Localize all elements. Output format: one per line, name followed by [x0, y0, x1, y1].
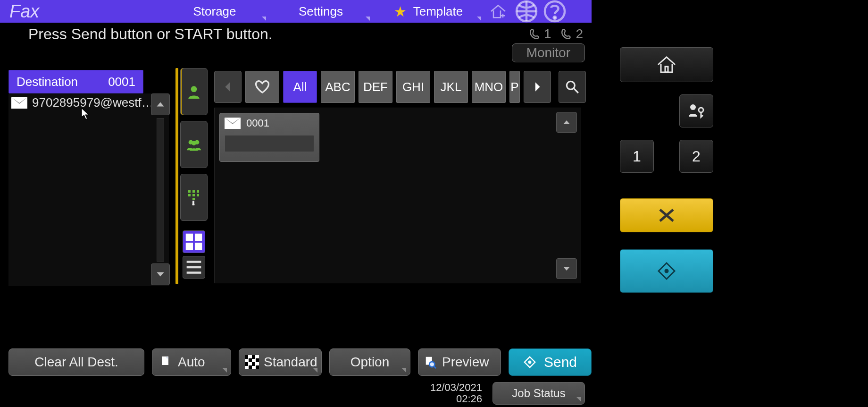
- destination-scroll-down[interactable]: [151, 263, 170, 285]
- hw-home-button[interactable]: [620, 47, 713, 82]
- status-bar: 12/03/2021 02:26 Job Status: [0, 380, 592, 407]
- destination-scroll-up[interactable]: [151, 93, 170, 115]
- hw-access-button[interactable]: [679, 94, 713, 127]
- tab-template[interactable]: ★Template: [373, 0, 484, 23]
- document-icon: [159, 356, 172, 369]
- preview-icon: [424, 356, 437, 369]
- hw-reset-button[interactable]: [620, 198, 713, 232]
- svg-point-27: [665, 270, 668, 272]
- address-book-panel: All ABC DEF GHI JKL MNO P 0001: [175, 65, 581, 286]
- tab-favorites[interactable]: [245, 71, 279, 103]
- contacts-single-button[interactable]: [180, 68, 208, 115]
- view-grid-button[interactable]: [183, 230, 205, 253]
- tab-settings[interactable]: Settings: [269, 0, 373, 23]
- contact-name-slot: [225, 135, 314, 152]
- destination-item-label: 9702895979@westf…: [32, 95, 154, 110]
- tab-all-label: All: [293, 80, 307, 94]
- globe-icon[interactable]: [512, 0, 541, 23]
- dialpad-button[interactable]: [180, 174, 208, 221]
- hw-memory-1-button[interactable]: 1: [620, 140, 654, 173]
- address-book-body: 0001: [214, 108, 581, 283]
- envelope-icon: [11, 97, 27, 109]
- tab-storage-label: Storage: [193, 4, 236, 19]
- preview-button[interactable]: Preview: [418, 348, 501, 376]
- hw-start-button[interactable]: [620, 249, 713, 293]
- hardware-panel: 1 2: [592, 0, 868, 407]
- tab-def[interactable]: DEF: [359, 71, 392, 103]
- home-add-icon[interactable]: [484, 0, 512, 23]
- app-title: Fax: [0, 0, 160, 23]
- addressbook-scroll-down[interactable]: [556, 258, 577, 279]
- star-icon: ★: [394, 3, 407, 20]
- svg-point-25: [690, 104, 696, 110]
- destination-scrollbar[interactable]: [157, 118, 164, 262]
- contacts-group-button[interactable]: [180, 121, 208, 168]
- svg-point-26: [699, 108, 703, 112]
- destination-header[interactable]: Destination 0001: [8, 70, 143, 93]
- instruction-text: Press Send button or START button.: [0, 25, 273, 43]
- svg-rect-18: [195, 243, 202, 250]
- addressbook-scroll-up[interactable]: [556, 112, 577, 133]
- svg-rect-13: [192, 198, 195, 200]
- svg-rect-24: [665, 67, 668, 72]
- time-label: 02:26: [430, 393, 482, 405]
- tab-abc[interactable]: ABC: [321, 71, 355, 103]
- contact-card[interactable]: 0001: [219, 113, 319, 162]
- phone-icon: [529, 28, 541, 40]
- svg-point-6: [192, 141, 196, 145]
- tab-template-label: Template: [413, 4, 463, 19]
- tab-pqrs[interactable]: P: [509, 71, 520, 103]
- original-mode-button[interactable]: Auto: [152, 348, 231, 376]
- phone-lines: 1 2: [529, 26, 583, 42]
- datetime: 12/03/2021 02:26: [430, 382, 482, 405]
- option-button[interactable]: Option: [329, 348, 410, 376]
- instruction-row: Press Send button or START button. 1 2: [0, 23, 592, 45]
- svg-rect-10: [188, 194, 191, 196]
- svg-point-19: [567, 81, 575, 89]
- tab-ghi[interactable]: GHI: [396, 71, 430, 103]
- svg-rect-16: [195, 234, 202, 241]
- date-label: 12/03/2021: [430, 382, 482, 393]
- destination-item[interactable]: 9702895979@westf…: [8, 93, 169, 112]
- svg-rect-11: [192, 194, 195, 196]
- svg-rect-12: [197, 194, 199, 196]
- diamond-icon: [523, 356, 536, 369]
- active-stripe: [175, 68, 178, 284]
- tab-jkl[interactable]: JKL: [434, 71, 468, 103]
- destination-list: 9702895979@westf…: [8, 93, 169, 286]
- svg-rect-15: [186, 234, 193, 241]
- svg-rect-9: [197, 190, 199, 193]
- resolution-button[interactable]: Standard: [239, 348, 322, 376]
- line1-label: 1: [544, 26, 551, 42]
- contact-id: 0001: [246, 117, 269, 129]
- tabs-prev-button[interactable]: [214, 71, 242, 103]
- svg-rect-7: [188, 190, 191, 193]
- svg-point-2: [554, 17, 556, 19]
- send-button[interactable]: Send: [509, 348, 592, 376]
- svg-rect-8: [192, 190, 195, 193]
- destination-title: Destination: [17, 75, 78, 89]
- line2-label: 2: [576, 26, 583, 42]
- phone-icon: [560, 28, 573, 40]
- tab-storage[interactable]: Storage: [160, 0, 269, 23]
- monitor-button[interactable]: Monitor: [512, 43, 585, 62]
- tab-all[interactable]: All: [283, 71, 317, 103]
- help-icon[interactable]: [541, 0, 569, 23]
- svg-rect-17: [186, 243, 193, 250]
- checker-icon: [245, 355, 259, 369]
- search-button[interactable]: [559, 71, 586, 103]
- top-bar: Fax Storage Settings ★Template: [0, 0, 592, 23]
- job-status-button[interactable]: Job Status: [492, 382, 585, 405]
- hw-memory-2-button[interactable]: 2: [679, 140, 713, 173]
- svg-point-3: [191, 86, 197, 92]
- clear-all-button[interactable]: Clear All Dest.: [8, 348, 144, 376]
- view-list-button[interactable]: [183, 256, 205, 279]
- envelope-icon: [225, 118, 241, 129]
- tab-mno[interactable]: MNO: [472, 71, 506, 103]
- destination-count: 0001: [108, 75, 135, 89]
- tabs-next-button[interactable]: [524, 71, 551, 103]
- svg-point-23: [529, 361, 531, 363]
- tab-settings-label: Settings: [299, 4, 343, 19]
